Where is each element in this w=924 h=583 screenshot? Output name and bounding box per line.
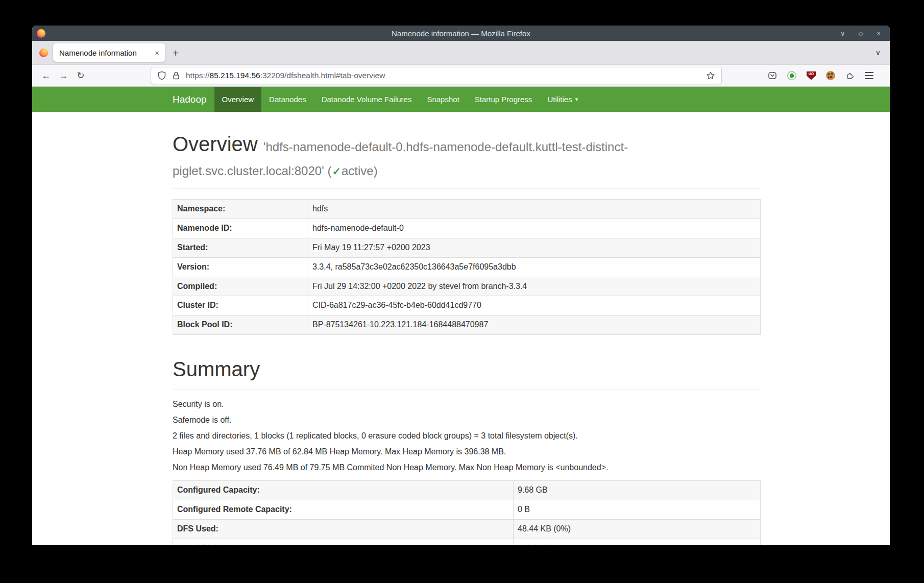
table-row: Version: 3.3.4, ra585a73c3e02ac62350c136… xyxy=(173,257,761,277)
tab-close-icon[interactable]: × xyxy=(155,48,159,57)
table-row: DFS Used: 48.44 KB (0%) xyxy=(173,519,761,539)
url-path: :32209/dfshealth.html#tab-overview xyxy=(260,71,385,80)
connection-lock-icon[interactable] xyxy=(172,71,181,80)
row-label: Namenode ID: xyxy=(173,219,308,238)
row-value: CID-6a817c29-ac36-45fc-b4eb-60dd41cd9770 xyxy=(308,296,761,315)
summary-line-safemode: Safemode is off. xyxy=(173,415,761,426)
row-value: 0 B xyxy=(514,500,761,520)
firefox-window: Namenode information — Mozilla Firefox ∨… xyxy=(32,26,890,545)
hadoop-navbar: Hadoop Overview Datanodes Datanode Volum… xyxy=(32,87,890,112)
tab-namenode-information[interactable]: Namenode information × xyxy=(53,43,165,62)
row-value: Fri May 19 11:27:57 +0200 2023 xyxy=(308,238,761,257)
extension-green-icon[interactable] xyxy=(787,71,796,80)
table-row: Started: Fri May 19 11:27:57 +0200 2023 xyxy=(173,238,761,257)
url-scheme: https:// xyxy=(186,71,210,80)
url-bar[interactable]: https://85.215.194.56:32209/dfshealth.ht… xyxy=(151,67,722,84)
forward-button[interactable]: → xyxy=(55,67,72,84)
row-value: 3.3.4, ra585a73c3e02ac62350c136643a5e7f6… xyxy=(308,257,761,277)
extensions-puzzle-icon[interactable] xyxy=(845,71,855,80)
nav-item-utilities-label: Utilities xyxy=(547,95,572,104)
url-host: 85.215.194.56 xyxy=(210,71,260,80)
summary-heading: Summary xyxy=(173,357,761,381)
navigation-toolbar: ← → ↻ https://85.215.194.56:32209/dfshea… xyxy=(32,65,890,87)
window-maximize-icon[interactable]: ◇ xyxy=(858,30,863,37)
row-label: DFS Used: xyxy=(173,519,514,539)
page-content: Overview 'hdfs-namenode-default-0.hdfs-n… xyxy=(32,112,890,545)
summary-header: Summary xyxy=(173,357,761,390)
page-title: Overview 'hdfs-namenode-default-0.hdfs-n… xyxy=(173,132,761,180)
row-value: 48.44 KB (0%) xyxy=(514,519,761,539)
nav-item-overview[interactable]: Overview xyxy=(214,87,262,112)
tab-strip: Namenode information × + ∨ xyxy=(32,41,890,65)
ublock-origin-icon[interactable]: UO xyxy=(807,71,816,80)
tracking-protection-shield-icon[interactable] xyxy=(157,71,166,80)
row-value: hdfs-namenode-default-0 xyxy=(308,219,761,238)
summary-line-security: Security is on. xyxy=(173,399,761,410)
menu-hamburger-icon[interactable] xyxy=(865,72,873,79)
nav-item-utilities[interactable]: Utilities ▾ xyxy=(540,87,586,112)
url-text[interactable]: https://85.215.194.56:32209/dfshealth.ht… xyxy=(186,71,385,80)
summary-line-heap: Heap Memory used 37.76 MB of 62.84 MB He… xyxy=(173,446,761,457)
row-value: 9.68 GB xyxy=(514,481,761,500)
table-row: Block Pool ID: BP-875134261-10.223.121.1… xyxy=(173,315,761,335)
nav-item-datanodes[interactable]: Datanodes xyxy=(261,87,314,112)
row-label: Version: xyxy=(173,257,308,277)
row-value: BP-875134261-10.223.121.184-168448847098… xyxy=(308,315,761,335)
overview-header: Overview 'hdfs-namenode-default-0.hdfs-n… xyxy=(173,132,761,189)
row-label: Cluster ID: xyxy=(173,296,308,315)
desktop-background: Namenode information — Mozilla Firefox ∨… xyxy=(0,0,924,583)
window-title: Namenode information — Mozilla Firefox xyxy=(32,29,890,38)
table-row: Configured Capacity: 9.68 GB xyxy=(173,481,761,500)
row-value: hdfs xyxy=(308,200,761,219)
window-titlebar[interactable]: Namenode information — Mozilla Firefox ∨… xyxy=(32,26,890,41)
row-value: 119.56 KB xyxy=(514,539,761,545)
table-row: Namespace: hdfs xyxy=(173,200,761,219)
overview-heading-text: Overview xyxy=(173,133,258,155)
namenode-info-table: Namespace: hdfs Namenode ID: hdfs-nameno… xyxy=(173,199,761,335)
active-state-label: active xyxy=(342,164,374,178)
nav-item-startup-progress[interactable]: Startup Progress xyxy=(467,87,540,112)
summary-line-nonheap: Non Heap Memory used 76.49 MB of 79.75 M… xyxy=(173,462,761,473)
row-label: Configured Remote Capacity: xyxy=(173,500,514,520)
table-row: Compiled: Fri Jul 29 14:32:00 +0200 2022… xyxy=(173,277,761,296)
row-label: Compiled: xyxy=(173,277,308,296)
pocket-save-icon[interactable] xyxy=(768,71,777,80)
tab-title: Namenode information xyxy=(59,48,151,57)
window-minimize-icon[interactable]: ∨ xyxy=(840,30,845,37)
list-all-tabs-icon[interactable]: ∨ xyxy=(876,48,881,57)
capacity-table: Configured Capacity: 9.68 GB Configured … xyxy=(173,480,761,545)
summary-line-files: 2 files and directories, 1 blocks (1 rep… xyxy=(173,430,761,442)
chevron-down-icon: ▾ xyxy=(575,96,578,103)
window-close-icon[interactable]: × xyxy=(877,30,881,37)
new-tab-button[interactable]: + xyxy=(173,47,179,58)
toolbar-extension-icons: UO xyxy=(768,71,885,80)
table-row: Configured Remote Capacity: 0 B xyxy=(173,500,761,520)
table-row: Non DFS Used: 119.56 KB xyxy=(173,539,761,545)
summary-text: Security is on. Safemode is off. 2 files… xyxy=(173,399,761,473)
nav-item-datanode-volume-failures[interactable]: Datanode Volume Failures xyxy=(314,87,420,112)
active-check-icon: ✓ xyxy=(331,165,342,177)
reload-button[interactable]: ↻ xyxy=(72,67,89,84)
row-label: Non DFS Used: xyxy=(173,539,514,545)
firefox-view-button[interactable] xyxy=(39,48,48,57)
row-label: Namespace: xyxy=(173,200,308,219)
nav-item-snapshot[interactable]: Snapshot xyxy=(419,87,467,112)
row-label: Configured Capacity: xyxy=(173,481,514,500)
bookmark-star-icon[interactable] xyxy=(706,71,715,80)
navbar-brand-hadoop[interactable]: Hadoop xyxy=(165,87,214,112)
table-row: Namenode ID: hdfs-namenode-default-0 xyxy=(173,219,761,238)
row-label: Started: xyxy=(173,238,308,257)
row-label: Block Pool ID: xyxy=(173,315,308,335)
row-value: Fri Jul 29 14:32:00 +0200 2022 by stevel… xyxy=(308,277,761,296)
table-row: Cluster ID: CID-6a817c29-ac36-45fc-b4eb-… xyxy=(173,296,761,315)
cookie-extension-icon[interactable] xyxy=(826,71,835,80)
back-button[interactable]: ← xyxy=(37,67,55,84)
